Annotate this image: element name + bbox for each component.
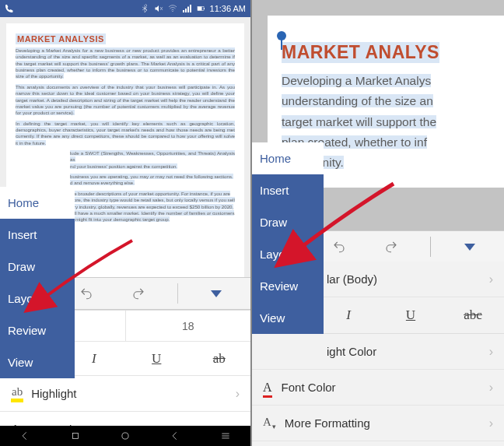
tab-view[interactable]: View (252, 302, 324, 334)
annotation-arrow (34, 237, 135, 311)
chevron-right-icon: › (489, 345, 493, 359)
wifi-icon (168, 4, 177, 13)
dropdown-caret[interactable] (202, 283, 230, 304)
phone-icon (5, 4, 14, 13)
more-formatting-row[interactable]: A▾ More Formatting › (252, 406, 504, 441)
recent-icon[interactable] (70, 430, 81, 441)
svg-rect-3 (204, 8, 205, 9)
font-size-cell[interactable]: 18 (125, 311, 251, 341)
signal-icon (182, 4, 191, 13)
svg-rect-4 (72, 434, 78, 439)
highlight-color-row[interactable]: ight Color › (252, 334, 504, 370)
selection-handle[interactable] (277, 31, 286, 40)
tab-home[interactable]: Home (252, 142, 324, 174)
strike-button[interactable]: abc (442, 297, 504, 333)
chevron-right-icon: › (489, 381, 493, 395)
annotation-arrow (289, 181, 398, 262)
svg-point-0 (172, 11, 173, 12)
tab-home[interactable]: Home (0, 187, 75, 219)
tab-review[interactable]: Review (0, 314, 75, 346)
chevron-right-icon: › (236, 387, 240, 401)
battery-icon (196, 4, 205, 13)
strike-button[interactable]: ab (188, 342, 251, 375)
tab-review[interactable]: Review (252, 270, 324, 302)
doc-title[interactable]: MARKET ANALYSIS (16, 33, 106, 44)
highlight-row[interactable]: ab Highlight › (0, 376, 250, 412)
menu-icon[interactable] (220, 430, 231, 441)
doc-title[interactable]: MARKET ANALYS (282, 42, 439, 62)
svg-point-5 (122, 433, 128, 439)
status-time: 11:36 AM (210, 4, 246, 13)
mute-icon (154, 4, 163, 13)
home-icon[interactable] (120, 430, 131, 441)
dropdown-caret[interactable] (456, 236, 484, 258)
bluetooth-icon (140, 4, 149, 13)
svg-rect-2 (198, 7, 202, 11)
chevron-right-icon: › (489, 416, 493, 430)
back-icon[interactable] (19, 430, 30, 441)
android-nav (0, 426, 250, 446)
back2-icon[interactable] (170, 430, 180, 441)
underline-button[interactable]: U (125, 342, 188, 375)
font-color-row[interactable]: A Font Color › (252, 370, 504, 406)
status-bar: 11:36 AM (0, 0, 250, 17)
tab-view[interactable]: View (0, 346, 75, 378)
chevron-right-icon: › (489, 272, 493, 286)
underline-button[interactable]: U (380, 297, 442, 333)
